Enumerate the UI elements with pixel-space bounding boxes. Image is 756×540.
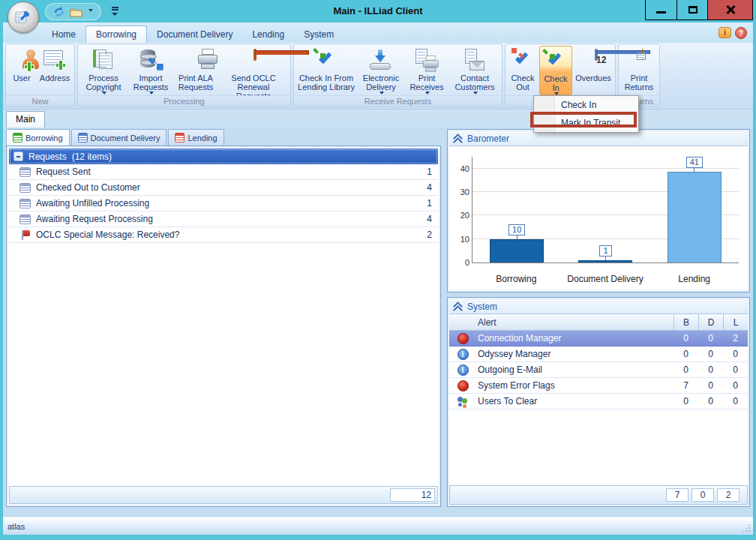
print-receives-button[interactable]: Print Receives xyxy=(405,46,448,95)
database-import-icon xyxy=(138,48,164,72)
request-row-oclc-special-message[interactable]: OCLC Special Message: Received? 2 xyxy=(9,227,438,243)
ribbon-group-new: User Address New xyxy=(5,44,75,107)
panel-tab-document-delivery[interactable]: Document Delivery xyxy=(71,129,167,146)
document-tab-main[interactable]: Main xyxy=(6,111,45,128)
close-button[interactable] xyxy=(707,0,752,20)
folder-icon[interactable] xyxy=(70,7,82,17)
check-out-button[interactable]: Check Out xyxy=(507,46,538,95)
title-bar: Main - ILLiad Client xyxy=(0,0,756,22)
system-row-system-error-flags[interactable]: System Error Flags 7 0 0 xyxy=(449,378,748,394)
requests-footer: 12 xyxy=(9,486,438,504)
system-panel: System Alert B D L Connection Manager xyxy=(447,297,750,507)
about-info-icon[interactable]: i xyxy=(718,27,731,38)
quick-access-toolbar xyxy=(45,3,101,20)
check-green-arrow-icon xyxy=(543,49,568,73)
folder-dropdown-caret-icon[interactable] xyxy=(88,9,93,14)
calendar-12-icon: 12 xyxy=(580,48,606,72)
check-green-arrow-icon xyxy=(314,48,339,72)
ribbon-group-processing: Process Copyright Import Requests P xyxy=(77,44,291,107)
printer-document-icon xyxy=(414,48,440,72)
red-flag-icon xyxy=(20,230,31,241)
panel-tab-borrowing[interactable]: Borrowing xyxy=(6,129,70,146)
qat-customize-button[interactable] xyxy=(111,6,120,16)
ribbon-tab-system[interactable]: System xyxy=(294,26,344,44)
requests-list: Requests (12 items) Request Sent 1 Check… xyxy=(6,146,441,507)
refresh-icon[interactable] xyxy=(53,6,65,18)
app-menu-button[interactable] xyxy=(8,2,39,33)
chart-bar xyxy=(668,172,722,262)
info-alert-icon: i xyxy=(458,349,469,360)
print-ala-requests-button[interactable]: Print ALA Requests xyxy=(174,46,218,95)
request-row-awaiting-unfilled[interactable]: Awaiting Unfilled Processing 1 xyxy=(9,196,438,212)
overdues-button[interactable]: 12 Overdues xyxy=(573,46,614,95)
ribbon-tab-lending[interactable]: Lending xyxy=(242,26,294,44)
app-window: Main - ILLiad Client xyxy=(0,0,756,540)
collapse-minus-icon[interactable] xyxy=(14,152,23,161)
table-blue-icon xyxy=(78,133,88,142)
process-copyright-button[interactable]: Process Copyright xyxy=(80,46,128,95)
chart-bar xyxy=(490,239,544,262)
close-icon xyxy=(725,4,736,15)
row-count: 1 xyxy=(427,198,432,208)
system-row-users-to-clear[interactable]: Users To Clear 0 0 0 xyxy=(449,394,748,410)
table-green-icon xyxy=(13,133,22,142)
help-icon[interactable]: ? xyxy=(735,27,747,39)
bar-value-label: 41 xyxy=(686,157,703,168)
system-header[interactable]: System xyxy=(449,299,748,314)
user-button[interactable]: User xyxy=(8,46,36,95)
print-returns-button[interactable]: Print Returns xyxy=(620,46,658,95)
download-device-icon xyxy=(368,48,394,72)
menu-item-mark-in-transit[interactable]: Mark In Transit xyxy=(534,114,638,132)
queue-grid-icon xyxy=(20,167,31,177)
request-row-awaiting-request[interactable]: Awaiting Request Processing 4 xyxy=(9,212,438,227)
status-bar: atlas xyxy=(3,517,753,535)
queue-grid-icon xyxy=(20,199,31,208)
menu-item-check-in[interactable]: Check In xyxy=(534,96,638,114)
request-row-checked-out[interactable]: Checked Out to Customer 4 xyxy=(9,180,438,196)
address-button[interactable]: Address xyxy=(37,46,73,95)
app-body: HomeBorrowingDocument DeliveryLendingSys… xyxy=(3,22,753,535)
system-row-odyssey-manager[interactable]: i Odyssey Manager 0 0 0 xyxy=(449,346,748,362)
ribbon-tab-borrowing[interactable]: Borrowing xyxy=(86,26,147,43)
panel-tab-lending[interactable]: Lending xyxy=(168,129,224,146)
illiad-app-icon xyxy=(14,8,33,27)
user-add-icon xyxy=(9,48,34,72)
group-label-new: New xyxy=(6,95,74,106)
right-column: Barometer 10 1 xyxy=(447,129,750,507)
chart-plot: 10 1 41 xyxy=(472,157,739,263)
collapse-chevron-icon xyxy=(454,135,462,142)
send-oclc-renewal-requests-button[interactable]: Send OCLC Renewal Requests xyxy=(218,46,289,95)
ribbon-tab-document-delivery[interactable]: Document Delivery xyxy=(147,26,242,44)
info-alert-icon: i xyxy=(458,364,469,376)
resize-grip[interactable] xyxy=(742,524,751,532)
mail-document-icon xyxy=(462,48,488,72)
row-count: 4 xyxy=(427,214,432,224)
barometer-header[interactable]: Barometer xyxy=(449,131,748,146)
system-table-header: Alert B D L xyxy=(449,314,748,331)
maximize-button[interactable] xyxy=(676,0,707,20)
system-total-d: 0 xyxy=(692,488,714,502)
window-controls xyxy=(645,0,753,20)
system-table: Alert B D L Connection Manager 0 0 2 xyxy=(449,314,748,485)
users-icon xyxy=(457,396,469,407)
system-row-outgoing-email[interactable]: i Outgoing E-Mail 0 0 0 xyxy=(449,362,748,378)
printer-icon xyxy=(183,48,208,72)
bar-slot-lending: 41 xyxy=(650,157,739,262)
electronic-delivery-button[interactable]: Electronic Delivery xyxy=(358,46,404,95)
group-label-processing: Processing xyxy=(78,95,290,106)
requests-group-header[interactable]: Requests (12 items) xyxy=(9,148,438,164)
system-row-connection-manager[interactable]: Connection Manager 0 0 2 xyxy=(449,331,748,346)
system-footer: 7 0 2 xyxy=(449,485,748,505)
import-requests-button[interactable]: Import Requests xyxy=(128,46,173,95)
status-text: atlas xyxy=(8,522,25,531)
calendar-red-icon xyxy=(241,48,266,72)
contact-customers-button[interactable]: Contact Customers xyxy=(449,46,500,95)
minimize-button[interactable] xyxy=(646,0,676,20)
ribbon-tab-home[interactable]: Home xyxy=(42,26,86,44)
request-row-request-sent[interactable]: Request Sent 1 xyxy=(9,164,438,180)
check-in-button[interactable]: Check In xyxy=(539,46,572,95)
envelope-package-icon xyxy=(626,48,652,72)
collapse-chevron-icon xyxy=(454,303,462,310)
system-total-b: 7 xyxy=(666,488,688,502)
chart-category-labels: Borrowing Document Delivery Lending xyxy=(472,274,739,284)
